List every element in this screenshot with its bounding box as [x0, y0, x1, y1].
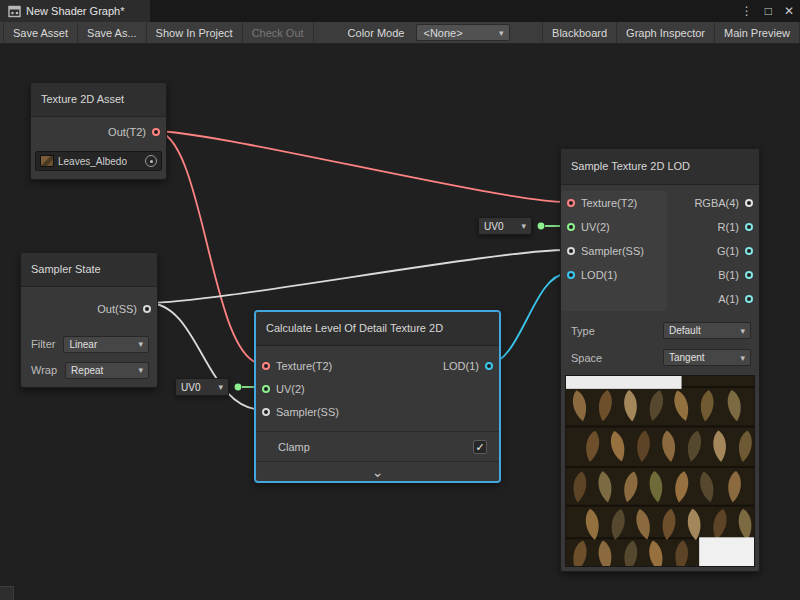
color-mode-value: <None>: [423, 27, 462, 39]
texture-object-field[interactable]: Leaves_Albedo: [35, 151, 162, 171]
port-label-a: A(1): [718, 293, 739, 305]
texture-name: Leaves_Albedo: [58, 156, 127, 167]
window-controls: ⋮ □ ✕: [741, 0, 794, 22]
leaves-texture-preview-image: [566, 376, 754, 566]
input-port-sampler[interactable]: [567, 247, 575, 255]
node-title: Sampler State: [21, 253, 157, 287]
wrap-value: Repeat: [71, 365, 103, 376]
input-port-lod[interactable]: [567, 271, 575, 279]
port-label-lod: LOD(1): [443, 360, 479, 372]
node-texture-2d-asset[interactable]: Texture 2D Asset Out(T2) Leaves_Albedo: [30, 82, 167, 180]
tab-title: New Shader Graph*: [26, 5, 124, 17]
shader-graph-window: New Shader Graph* ⋮ □ ✕ Save Asset Save …: [0, 0, 800, 600]
port-label-rgba: RGBA(4): [694, 197, 739, 209]
filter-value: Linear: [69, 339, 97, 350]
uv-channel-dropdown-sample[interactable]: UV0 ▾: [478, 217, 532, 235]
texture-thumbnail-icon: [40, 155, 54, 167]
window-menu-icon[interactable]: ⋮: [741, 4, 753, 18]
dropdown-arrow-icon: ▾: [499, 28, 504, 38]
uv-channel-value: UV0: [181, 382, 200, 393]
main-preview-toggle-button[interactable]: Main Preview: [714, 22, 800, 43]
graph-toolbar: Save Asset Save As... Show In Project Ch…: [0, 22, 800, 44]
input-port-texture[interactable]: [262, 362, 270, 370]
output-port-g[interactable]: [745, 247, 753, 255]
color-mode-label: Color Mode: [340, 22, 413, 43]
port-label-r: R(1): [718, 221, 739, 233]
check-out-button: Check Out: [243, 22, 314, 43]
port-label-out-ss: Out(SS): [97, 303, 137, 315]
clamp-label: Clamp: [278, 441, 310, 453]
output-port-lod[interactable]: [485, 362, 493, 370]
space-value: Tangent: [669, 352, 705, 363]
port-label-sampler: Sampler(SS): [581, 245, 644, 257]
output-port-r[interactable]: [745, 223, 753, 231]
save-as-button[interactable]: Save As...: [78, 22, 147, 43]
port-label-g: G(1): [717, 245, 739, 257]
graph-inspector-toggle-button[interactable]: Graph Inspector: [616, 22, 715, 43]
corner-panel-button[interactable]: [0, 586, 14, 600]
output-port-t2[interactable]: [152, 128, 160, 136]
space-dropdown[interactable]: Tangent ▾: [663, 349, 751, 366]
port-label-sampler: Sampler(SS): [276, 406, 339, 418]
node-title: Texture 2D Asset: [31, 83, 166, 117]
chevron-down-icon: ⌄: [372, 467, 384, 477]
dropdown-arrow-icon: ▾: [521, 221, 526, 231]
type-label: Type: [571, 325, 595, 337]
color-mode-dropdown[interactable]: <None> ▾: [416, 24, 510, 41]
port-label-texture: Texture(T2): [581, 197, 637, 209]
input-port-uv[interactable]: [262, 385, 270, 393]
input-port-texture[interactable]: [567, 199, 575, 207]
toolbar-spacer: [514, 22, 543, 43]
dropdown-arrow-icon: ▾: [740, 353, 745, 363]
save-asset-button[interactable]: Save Asset: [3, 22, 78, 43]
uv-channel-dropdown-calc[interactable]: UV0 ▾: [175, 378, 229, 396]
dropdown-arrow-icon: ▾: [138, 365, 143, 375]
wrap-label: Wrap: [31, 364, 57, 376]
output-port-b[interactable]: [745, 271, 753, 279]
uv0-chip-port-calc[interactable]: [235, 384, 242, 391]
port-label-uv: UV(2): [276, 383, 305, 395]
port-label-out-t2: Out(T2): [108, 126, 146, 138]
type-dropdown[interactable]: Default ▾: [663, 322, 751, 339]
node-sampler-state[interactable]: Sampler State Out(SS) Filter Linear ▾ Wr…: [20, 252, 158, 388]
graph-canvas[interactable]: Texture 2D Asset Out(T2) Leaves_Albedo S…: [0, 44, 800, 600]
port-label-uv: UV(2): [581, 221, 610, 233]
node-collapse-button[interactable]: ⌄: [256, 461, 499, 481]
output-port-a[interactable]: [745, 295, 753, 303]
space-label: Space: [571, 352, 602, 364]
node-preview: [565, 375, 755, 567]
wire-texture-to-calclod[interactable]: [155, 131, 263, 364]
filter-label: Filter: [31, 338, 55, 350]
tab-new-shader-graph[interactable]: New Shader Graph*: [0, 0, 150, 22]
node-calculate-lod-texture-2d[interactable]: Calculate Level Of Detail Texture 2D Tex…: [255, 311, 500, 482]
port-label-lod: LOD(1): [581, 269, 617, 281]
show-in-project-button[interactable]: Show In Project: [147, 22, 243, 43]
type-value: Default: [669, 325, 701, 336]
filter-dropdown[interactable]: Linear ▾: [63, 336, 149, 353]
object-picker-icon[interactable]: [145, 155, 157, 167]
shader-graph-file-icon: [8, 5, 21, 18]
uv0-chip-port-sample[interactable]: [538, 223, 545, 230]
input-port-uv[interactable]: [567, 223, 575, 231]
blackboard-toggle-button[interactable]: Blackboard: [542, 22, 617, 43]
output-port-rgba[interactable]: [745, 199, 753, 207]
dropdown-arrow-icon: ▾: [740, 326, 745, 336]
port-label-b: B(1): [718, 269, 739, 281]
close-icon[interactable]: ✕: [784, 4, 794, 18]
wrap-dropdown[interactable]: Repeat ▾: [65, 362, 149, 379]
dropdown-arrow-icon: ▾: [218, 382, 223, 392]
dropdown-arrow-icon: ▾: [138, 339, 143, 349]
wire-texture-to-samplelod[interactable]: [155, 131, 566, 202]
node-sample-texture-2d-lod[interactable]: Sample Texture 2D LOD Texture(T2) UV(2) …: [560, 148, 760, 572]
tab-bar: New Shader Graph* ⋮ □ ✕: [0, 0, 800, 22]
node-title: Sample Texture 2D LOD: [561, 149, 759, 185]
input-port-sampler[interactable]: [262, 408, 270, 416]
uv-channel-value: UV0: [484, 221, 503, 232]
clamp-checkbox[interactable]: ✓: [473, 440, 487, 454]
port-label-texture: Texture(T2): [276, 360, 332, 372]
node-title: Calculate Level Of Detail Texture 2D: [256, 312, 499, 346]
output-port-ss[interactable]: [143, 305, 151, 313]
maximize-icon[interactable]: □: [765, 4, 772, 18]
